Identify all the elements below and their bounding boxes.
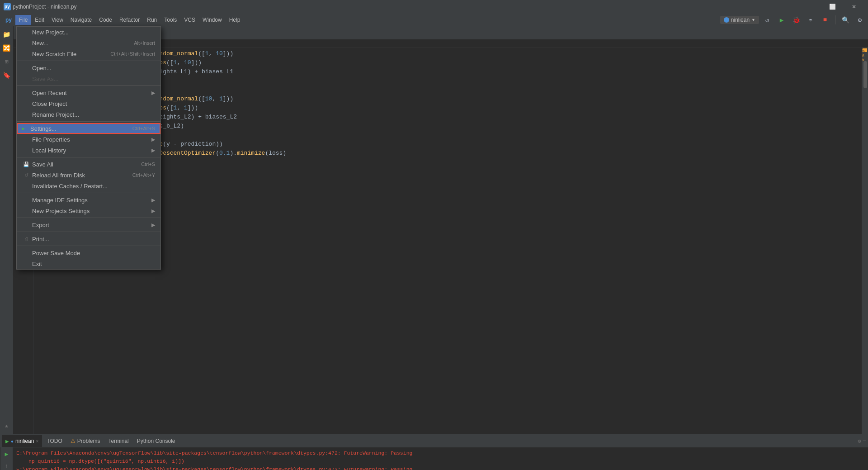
manage-ide-arrow: ▶ bbox=[151, 197, 155, 203]
menu-view[interactable]: View bbox=[48, 15, 67, 25]
menu-new[interactable]: New... Alt+Insert bbox=[17, 38, 160, 48]
menu-file-properties[interactable]: File Properties ▶ bbox=[17, 134, 160, 145]
code-line-15: biases_L1 = tf.Variable(tf.zeros([1, 10]… bbox=[39, 58, 856, 67]
bottom-settings-icon[interactable]: ⚙ bbox=[858, 438, 861, 445]
problems-tab-label: Problems bbox=[77, 438, 100, 444]
run-tab[interactable]: ▶ ● ninliean × bbox=[2, 435, 42, 447]
close-button[interactable]: ✕ bbox=[844, 0, 864, 14]
new-shortcut: Alt+Insert bbox=[134, 40, 155, 46]
bottom-panel: ▶ ● ninliean × TODO ⚠ Problems Terminal … bbox=[0, 434, 868, 470]
python-console-label: Python Console bbox=[137, 438, 175, 444]
save-all-shortcut: Ctrl+S bbox=[141, 161, 155, 167]
sidebar-bookmarks-icon[interactable]: 🔖 bbox=[0, 69, 13, 81]
settings-button[interactable]: ⚙ bbox=[854, 14, 866, 26]
minimize-button[interactable]: — bbox=[800, 0, 821, 14]
code-line-24: loss = tf.reduce_mean(tf.square(y - pred… bbox=[39, 140, 856, 149]
menu-file[interactable]: File bbox=[15, 15, 31, 25]
right-gutter: ⚠ 1 ∧ ∨ bbox=[862, 47, 868, 434]
bottom-tab-bar: ▶ ● ninliean × TODO ⚠ Problems Terminal … bbox=[0, 435, 868, 447]
menu-local-history[interactable]: Local History ▶ bbox=[17, 145, 160, 156]
rename-project-label: Rename Project... bbox=[32, 111, 155, 118]
menu-close-project[interactable]: Close Project bbox=[17, 98, 160, 109]
code-line-21: wx_plus_b_L2 = tf.matmul(L1, weights_L2)… bbox=[39, 113, 856, 122]
stop-button[interactable]: ■ bbox=[819, 14, 831, 26]
code-line-17: L1 = tf.nn.tanh(wx_plus_b_L1) bbox=[39, 76, 856, 85]
sidebar-structure-icon[interactable]: ⊞ bbox=[0, 55, 13, 68]
menu-print[interactable]: 🖨 Print... bbox=[17, 233, 160, 244]
settings-label: Settings... bbox=[30, 125, 123, 132]
debug-button[interactable]: 🐞 bbox=[790, 14, 802, 26]
maximize-button[interactable]: ⬜ bbox=[822, 0, 843, 14]
console-scroll-up-icon[interactable]: ↑ bbox=[2, 461, 12, 470]
menu-new-scratch[interactable]: New Scratch File Ctrl+Alt+Shift+Insert bbox=[17, 48, 160, 59]
menu-reload-all[interactable]: ↺ Reload All from Disk Ctrl+Alt+Y bbox=[17, 170, 160, 180]
menu-help[interactable]: Help bbox=[226, 15, 244, 25]
exit-label: Exit bbox=[32, 261, 155, 267]
open-recent-label: Open Recent bbox=[32, 90, 151, 96]
menu-rename-project[interactable]: Rename Project... bbox=[17, 109, 160, 120]
menu-exit[interactable]: Exit bbox=[17, 258, 160, 269]
problems-icon: ⚠ bbox=[71, 438, 75, 444]
coverage-button[interactable]: ☂ bbox=[804, 14, 817, 26]
menu-new-projects-settings[interactable]: New Projects Settings ▶ bbox=[17, 205, 160, 216]
open-label: Open... bbox=[32, 65, 155, 71]
menu-export[interactable]: Export ▶ bbox=[17, 219, 160, 230]
menu-settings[interactable]: ▸ Settings... Ctrl+Alt+S bbox=[17, 123, 160, 134]
menu-manage-ide[interactable]: Manage IDE Settings ▶ bbox=[17, 195, 160, 205]
reload-all-shortcut: Ctrl+Alt+Y bbox=[132, 172, 155, 178]
title-bar-left: py pythonProject - ninliean.py bbox=[4, 3, 76, 10]
menu-run[interactable]: Run bbox=[143, 15, 160, 25]
sidebar-favorites-icon[interactable]: ★ bbox=[0, 419, 13, 432]
run-tab-close-icon[interactable]: × bbox=[36, 439, 38, 444]
menu-vcs[interactable]: VCS bbox=[180, 15, 199, 25]
menu-navigate[interactable]: Navigate bbox=[67, 15, 95, 25]
run-tab-label: ninliean bbox=[15, 438, 34, 444]
run-config-dropdown-icon: ▼ bbox=[751, 18, 755, 22]
code-line-19: weights_L2 = tf.Variable(tf.random_norma… bbox=[39, 95, 856, 104]
toolbar-sep-1 bbox=[835, 15, 835, 24]
run-configuration[interactable]: ninliean ▼ bbox=[720, 16, 759, 24]
new-project-label: New Project... bbox=[32, 29, 155, 36]
menu-new-project[interactable]: New Project... bbox=[17, 27, 160, 38]
problems-tab[interactable]: ⚠ Problems bbox=[67, 435, 104, 447]
power-save-label: Power Save Mode bbox=[32, 250, 155, 256]
python-console-tab[interactable]: Python Console bbox=[133, 435, 179, 447]
code-line-16: wx_plus_b_L1 = tf.matmul(x, Weights_L1) … bbox=[39, 67, 856, 76]
menu-tools[interactable]: Tools bbox=[160, 15, 180, 25]
console-side-panel: ▶ ↑ ■ ↵ ≡ 🗑 bbox=[0, 447, 13, 470]
run-tab-play-icon: ▶ bbox=[5, 439, 9, 444]
terminal-tab[interactable]: Terminal bbox=[104, 435, 132, 447]
menu-code[interactable]: Code bbox=[95, 15, 116, 25]
menu-refactor[interactable]: Refactor bbox=[116, 15, 143, 25]
menu-window[interactable]: Window bbox=[199, 15, 226, 25]
menu-edit[interactable]: Edit bbox=[31, 15, 48, 25]
menu-open[interactable]: Open... bbox=[17, 62, 160, 73]
sidebar-project-icon[interactable]: 📁 bbox=[0, 28, 13, 41]
code-line-14: Weights_L1 = tf.Variable(tf.random_norma… bbox=[39, 49, 856, 58]
search-everywhere-button[interactable]: 🔍 bbox=[839, 14, 852, 26]
menu-invalidate-caches[interactable]: Invalidate Caches / Restart... bbox=[17, 180, 160, 191]
file-properties-arrow: ▶ bbox=[151, 137, 155, 142]
code-line-22: prediction = tf.nn.tanh(wx_plus_b_L2) bbox=[39, 122, 856, 131]
console-run-icon[interactable]: ▶ bbox=[2, 449, 12, 459]
todo-tab[interactable]: TODO bbox=[43, 435, 66, 447]
terminal-tab-label: Terminal bbox=[108, 438, 128, 444]
invalidate-caches-label: Invalidate Caches / Restart... bbox=[32, 183, 155, 190]
menu-power-save[interactable]: Power Save Mode bbox=[17, 247, 160, 258]
file-menu-dropdown: New Project... New... Alt+Insert New Scr… bbox=[16, 26, 161, 270]
manage-ide-label: Manage IDE Settings bbox=[32, 197, 151, 204]
new-scratch-label: New Scratch File bbox=[32, 51, 101, 57]
sep-1 bbox=[17, 61, 160, 61]
menu-open-recent[interactable]: Open Recent ▶ bbox=[17, 87, 160, 98]
code-line-23 bbox=[39, 131, 856, 140]
file-properties-label: File Properties bbox=[32, 136, 151, 143]
sidebar-commit-icon[interactable]: 🔀 bbox=[0, 42, 13, 54]
update-button[interactable]: ↺ bbox=[761, 14, 774, 26]
bottom-minimize-icon[interactable]: — bbox=[863, 438, 866, 444]
new-projects-settings-arrow: ▶ bbox=[151, 208, 155, 214]
menu-save-all[interactable]: 💾 Save All Ctrl+S bbox=[17, 159, 160, 170]
sep-5 bbox=[17, 193, 160, 193]
bottom-tab-right-controls: ⚙ — bbox=[858, 438, 866, 445]
run-button[interactable]: ▶ bbox=[775, 14, 788, 26]
menu-save-as: Save As... bbox=[17, 73, 160, 84]
